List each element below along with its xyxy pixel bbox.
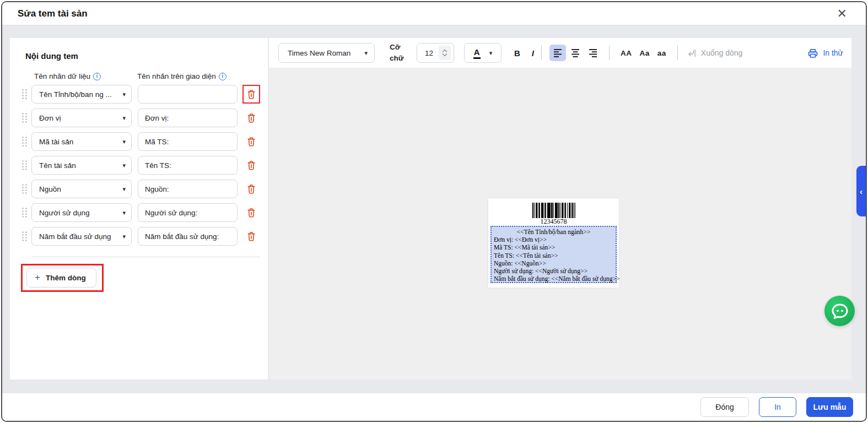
print-test-label: In thử [823,48,843,57]
font-size-value: 12 [425,49,439,57]
line-wrap-toggle[interactable]: Xuống dòng [686,48,743,58]
toolbar-divider [677,46,678,60]
drag-handle-icon[interactable] [22,113,27,123]
display-label-input[interactable] [138,203,238,222]
chevron-down-icon: ▾ [489,50,493,57]
field-select-value: Năm bắt đầu sử dụng [39,232,119,241]
toolbar-divider [541,46,542,60]
align-right-button[interactable] [585,45,601,61]
titlecase-button[interactable]: Aa [640,49,650,57]
label-preview-panel: Times New Roman ▾ Cỡ chữ 12 A ▾ B I [269,38,851,379]
field-select[interactable]: Năm bắt đầu sử dụng ▾ [31,227,132,246]
save-template-button[interactable]: Lưu mẫu [806,397,853,417]
label-content-panel: Nội dung tem Tên nhãn dữ liệu i Tên nhãn… [10,38,268,379]
label-row: Nguồn ▾ [22,180,268,198]
close-button[interactable]: Đóng [700,397,749,417]
field-select[interactable]: Đơn vị ▾ [31,109,132,127]
label-line: Tên TS: <<Tên tài sản>> [494,252,613,259]
delete-row-button[interactable] [245,182,257,196]
column-headers: Tên nhãn dữ liệu i Tên nhãn trên giao di… [34,72,268,80]
italic-button[interactable]: I [532,48,534,58]
barcode-icon [532,203,575,218]
wrap-label: Xuống dòng [701,48,743,57]
drag-handle-icon[interactable] [22,231,27,241]
print-test-button[interactable]: In thử [807,48,843,58]
drag-handle-icon[interactable] [22,160,27,170]
lowercase-button[interactable]: aa [657,49,666,57]
drag-handle-icon[interactable] [22,89,27,99]
edit-asset-label-dialog: Sửa tem tài sản ✕ Nội dung tem Tên nhãn … [1,1,867,422]
label-row: Người sử dụng ▾ [22,203,268,222]
chevron-down-icon: ▾ [122,209,126,216]
divider [33,257,260,257]
align-left-button[interactable] [549,45,566,61]
close-icon[interactable]: ✕ [835,7,849,21]
info-icon[interactable]: i [93,73,101,80]
chevron-left-icon: ‹ [860,187,862,196]
display-label-input[interactable] [138,85,238,104]
field-select-value: Tên tài sản [39,161,119,170]
field-select[interactable]: Tên Tỉnh/bộ/ban ng ... ▾ [31,85,132,104]
delete-row-button[interactable] [245,230,257,243]
label-row: Đơn vị ▾ [22,109,268,127]
delete-row-button[interactable] [245,111,257,124]
add-row-label: Thêm dòng [46,274,86,282]
drag-handle-icon[interactable] [22,137,27,147]
align-center-button[interactable] [567,45,584,61]
font-size-label: Cỡ chữ [390,42,408,63]
dialog-titlebar: Sửa tem tài sản ✕ [2,2,866,25]
asset-label-preview[interactable]: 12345678 <<Tên Tỉnh/bộ/ban ngành>> Đơn v… [488,198,619,288]
display-label-input[interactable] [138,132,238,151]
delete-row-button[interactable] [245,88,257,101]
formatting-toolbar: Times New Roman ▾ Cỡ chữ 12 A ▾ B I [269,38,851,68]
delete-row-button[interactable] [245,135,257,148]
font-color-picker[interactable]: A ▾ [464,43,502,63]
label-text-block[interactable]: <<Tên Tỉnh/bộ/ban ngành>> Đơn vị: <<Đơn … [490,226,617,283]
chevron-down-icon: ▾ [122,233,126,240]
stepper-arrows-icon[interactable] [439,46,451,60]
label-line: Mã TS: <<Mã tài sản>> [494,243,613,251]
field-select-value: Người sử dụng [39,209,119,217]
display-label-input[interactable] [138,109,238,127]
ui-label-column-text: Tên nhãn trên giao diện [137,72,216,80]
collapse-side-tab[interactable]: ‹ [856,166,866,216]
display-label-input[interactable] [138,227,238,246]
chat-support-button[interactable] [824,296,855,326]
drag-handle-icon[interactable] [22,184,27,194]
chevron-down-icon: ▾ [122,91,126,98]
label-line: Đơn vị: <<Đơn vị>> [494,236,613,243]
font-family-value: Times New Roman [288,49,361,57]
chevron-down-icon: ▾ [122,162,126,169]
delete-row-button[interactable] [245,159,257,172]
print-button[interactable]: In [759,397,796,417]
info-icon[interactable]: i [219,73,227,80]
font-family-select[interactable]: Times New Roman ▾ [278,43,375,63]
uppercase-button[interactable]: AA [621,49,632,57]
label-line: <<Tên Tỉnh/bộ/ban ngành>> [494,228,613,236]
dialog-title: Sửa tem tài sản [18,8,88,19]
data-label-column-header: Tên nhãn dữ liệu i [34,72,101,80]
field-select-value: Nguồn [39,185,119,193]
font-size-stepper[interactable]: 12 [417,43,454,63]
delete-row-button[interactable] [245,206,257,219]
display-label-input[interactable] [138,156,238,175]
font-color-icon: A [473,47,481,59]
chevron-down-icon: ▾ [122,186,126,193]
label-line: Người sử dụng: <<Người sử dụng>> [494,267,613,275]
label-row: Tên Tỉnh/bộ/ban ng ... ▾ [22,85,268,104]
preview-canvas: 12345678 <<Tên Tỉnh/bộ/ban ngành>> Đơn v… [269,68,851,379]
bold-button[interactable]: B [514,48,520,58]
add-row-button[interactable]: + Thêm dòng [26,268,96,288]
display-label-input[interactable] [138,180,238,198]
drag-handle-icon[interactable] [22,208,27,218]
field-select[interactable]: Người sử dụng ▾ [31,203,132,222]
field-select[interactable]: Tên tài sản ▾ [31,156,132,175]
field-select[interactable]: Mã tài sản ▾ [31,132,132,151]
dialog-footer: Đóng In Lưu mẫu [2,393,866,421]
data-label-column-text: Tên nhãn dữ liệu [34,72,90,80]
label-line: Nguồn: <<Nguồn>> [494,259,613,267]
toolbar-divider [609,46,610,60]
barcode-block: 12345678 [488,198,619,225]
field-select[interactable]: Nguồn ▾ [31,180,132,198]
label-row: Năm bắt đầu sử dụng ▾ [22,227,268,246]
